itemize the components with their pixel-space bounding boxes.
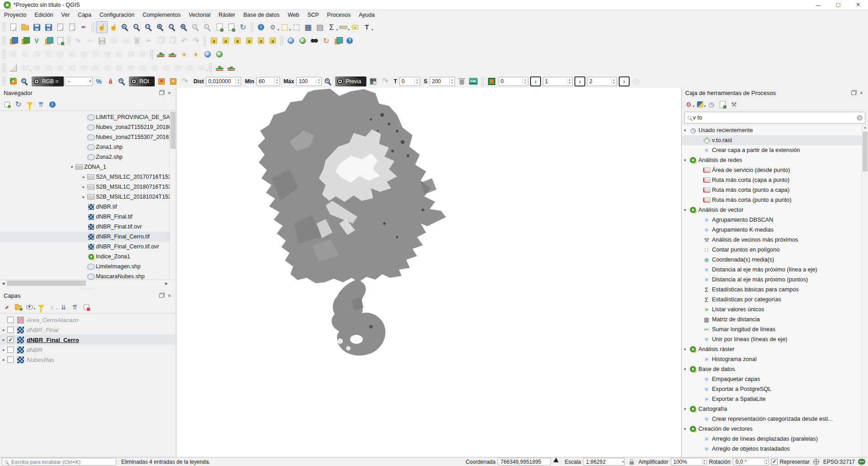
circle-2points-icon[interactable]: [19, 48, 31, 60]
clear-search-icon[interactable]: ✕: [857, 115, 863, 121]
browser-tree-item[interactable]: ▸ S2B_MSIL1C_20181024T153609_N0: [0, 192, 176, 202]
expand-arrow-icon[interactable]: ▾: [682, 367, 688, 371]
move-feature-icon[interactable]: [119, 35, 131, 47]
scroll-up-icon[interactable]: ▲: [862, 126, 868, 129]
menu-item[interactable]: Configuración: [95, 11, 138, 19]
data-source-manager-icon[interactable]: [7, 35, 19, 47]
zoom-to-selection-icon[interactable]: ▢: [166, 21, 178, 33]
edit-features-inplace-icon[interactable]: ⚒: [729, 99, 739, 109]
toolbox-item[interactable]: ✳ Histograma zonal: [682, 354, 868, 364]
raster-local-stretch-icon[interactable]: ▂▆▃: [155, 48, 166, 60]
layer-labeling-icon[interactable]: [208, 35, 220, 47]
coordinate-box[interactable]: 766349,9951895: [498, 458, 551, 466]
filter-browser-icon[interactable]: [24, 99, 35, 109]
delete-selected-icon[interactable]: [131, 35, 143, 47]
toolbox-item[interactable]: Σ Estadísticas básicas para campos: [682, 285, 868, 295]
browser-tree-item[interactable]: Indice_Zona1: [0, 252, 176, 262]
raster-full-stretch-icon[interactable]: ▃▅▂: [166, 48, 178, 60]
expand-arrow-icon[interactable]: ▾: [682, 128, 688, 133]
add-ring-icon[interactable]: [54, 62, 66, 74]
processing-search[interactable]: v to ✕: [684, 112, 865, 124]
delete-part-icon[interactable]: [101, 62, 113, 74]
zoom-in-icon[interactable]: +: [119, 21, 131, 33]
toolbox-item[interactable]: ✳ Crear representación categorizada desd…: [682, 414, 868, 424]
rotation-spin[interactable]: 0,0 °▲▼: [733, 458, 769, 466]
layer-checkbox[interactable]: [7, 357, 14, 363]
vertex-tool-icon[interactable]: [7, 48, 19, 60]
menu-item[interactable]: Proyecto: [0, 11, 30, 19]
layer-row[interactable]: ▸ dNBR_Final: [0, 325, 176, 335]
highlight-pinned-labels-icon[interactable]: [243, 35, 255, 47]
new-map-view-icon[interactable]: [213, 21, 225, 33]
dock-close-icon[interactable]: ✕: [166, 90, 172, 96]
toolbox-item[interactable]: ✳ Agrupamiento DBSCAN: [682, 215, 868, 225]
close-button[interactable]: ✕: [848, 0, 868, 10]
expand-arrow-icon[interactable]: ▾: [682, 347, 688, 352]
rotate-point-symbols-icon[interactable]: [184, 62, 195, 74]
regular-polygon-icon[interactable]: [137, 48, 148, 60]
scp-band3-go-button[interactable]: ›: [619, 76, 630, 86]
map-tips-icon[interactable]: [349, 21, 361, 33]
toolbox-item[interactable]: Área de servicio (desde punto): [682, 165, 868, 175]
toolbox-item[interactable]: ✳ Distancia al eje más próximo (puntos): [682, 275, 868, 285]
scroll-right-icon[interactable]: ▶: [163, 280, 170, 286]
scp-redo-roi-icon[interactable]: ↷: [179, 76, 191, 87]
style-manager-icon[interactable]: ✒: [78, 21, 90, 33]
remove-layer-icon[interactable]: [81, 302, 91, 312]
toolbox-item[interactable]: Ruta más corta (capa a punto): [682, 175, 868, 185]
current-edits-icon[interactable]: ✎: [72, 35, 84, 47]
map-canvas[interactable]: [176, 88, 681, 457]
toolbox-item[interactable]: ▦ Matriz de distancia: [682, 314, 868, 324]
menu-item[interactable]: Base de datos: [239, 11, 284, 19]
scp-bandset-table-icon[interactable]: [486, 76, 498, 87]
rectangle-3points-icon[interactable]: [125, 48, 137, 60]
delete-ring-icon[interactable]: [90, 62, 101, 74]
menu-item[interactable]: Procesos: [323, 11, 355, 19]
toolbox-item[interactable]: ∷ Contar puntos en polígono: [682, 245, 868, 255]
change-label-icon[interactable]: [267, 35, 279, 47]
identify-features-icon[interactable]: i: [255, 21, 267, 33]
menu-item[interactable]: Ráster: [214, 11, 239, 19]
expand-arrow-icon[interactable]: ▸: [0, 338, 7, 342]
layer-row[interactable]: ▸ ✓ dNBR_Final_Cerro: [0, 335, 176, 345]
scp-restore-icon[interactable]: [631, 76, 642, 87]
db-manager-icon[interactable]: [332, 35, 344, 47]
expand-arrow-icon[interactable]: ▸: [0, 328, 7, 332]
scp-bandset-icon[interactable]: [7, 76, 19, 87]
toolbox-item[interactable]: Ruta más corta (punto a punto): [682, 195, 868, 205]
paste-features-icon[interactable]: [166, 35, 178, 47]
collapse-all-icon[interactable]: ⇈: [36, 99, 46, 109]
scrollbar-thumb[interactable]: [863, 132, 868, 171]
zoom-next-icon[interactable]: ▸: [202, 21, 213, 33]
menu-item[interactable]: Ver: [57, 11, 74, 19]
refresh-map-icon[interactable]: ↻: [237, 21, 249, 33]
rotate-feature-icon[interactable]: [31, 62, 43, 74]
save-project-icon[interactable]: [31, 21, 43, 33]
menu-item[interactable]: Edición: [30, 11, 57, 19]
dock-float-icon[interactable]: [851, 91, 856, 95]
toolbox-item[interactable]: ▾ ◷ Usado recientemente: [682, 125, 868, 135]
browser-tree-item[interactable]: MascaraNubes.shp: [0, 271, 176, 280]
reload-plugins-icon[interactable]: ↻: [320, 35, 332, 47]
results-viewer-icon[interactable]: [717, 99, 728, 109]
toolbox-item[interactable]: ▾ Análisis ráster: [682, 344, 868, 354]
scp-max-spin[interactable]: 100▲▼: [296, 77, 322, 86]
scp-rgb-combo[interactable]: -▾: [65, 77, 93, 86]
layout-manager-icon[interactable]: [66, 21, 78, 33]
full-histogram-stretch-icon[interactable]: ▃▅▂: [225, 62, 237, 74]
text-annotation-icon[interactable]: T: [361, 21, 373, 33]
scale-combo[interactable]: 1:86292▾: [583, 458, 625, 466]
merge-features-icon[interactable]: [160, 62, 172, 74]
show-spatial-bookmarks-icon[interactable]: [297, 35, 308, 47]
georeferencer-icon[interactable]: [54, 35, 66, 47]
pin-labels-icon[interactable]: [232, 35, 243, 47]
add-group-icon[interactable]: [13, 302, 24, 312]
geosearch-icon[interactable]: [308, 35, 320, 47]
expand-all-layers-icon[interactable]: ⇊: [58, 302, 69, 312]
filter-legend-icon[interactable]: [36, 302, 46, 312]
new-print-layout-icon[interactable]: [54, 21, 66, 33]
toolbox-item[interactable]: ✂ Sumar longitud de líneas: [682, 324, 868, 334]
scp-add-roi-signature-icon[interactable]: ★: [178, 48, 190, 60]
scroll-left-icon[interactable]: ◀: [0, 280, 6, 286]
zoom-native-icon[interactable]: 1:1: [143, 21, 155, 33]
